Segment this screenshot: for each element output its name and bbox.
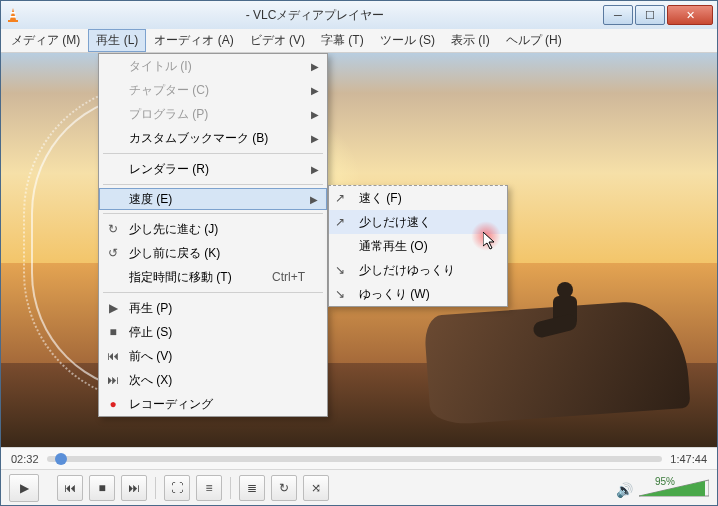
- menu-item-label: 少しだけ速く: [359, 214, 431, 231]
- playback-menu-item[interactable]: ⏭次へ (X): [99, 368, 327, 392]
- playback-menu: タイトル (I)▶チャプター (C)▶プログラム (P)▶カスタムブックマーク …: [98, 53, 328, 417]
- menu-item-icon: ↻: [105, 222, 121, 236]
- minimize-button[interactable]: ─: [603, 5, 633, 25]
- menu-item-label: 指定時間に移動 (T): [129, 269, 232, 286]
- menu-item-label: ゆっくり (W): [359, 286, 430, 303]
- fullscreen-button[interactable]: ⛶: [164, 475, 190, 501]
- ext-settings-button[interactable]: ≡: [196, 475, 222, 501]
- window-buttons: ─ ☐ ✕: [603, 5, 713, 25]
- controls-toolbar: ▶ ⏮ ■ ⏭ ⛶ ≡ ≣ ↻ ⤨ 🔊 95%: [1, 469, 717, 505]
- menu-item-icon: ■: [105, 325, 121, 339]
- menu-item-label: カスタムブックマーク (B): [129, 130, 268, 147]
- submenu-arrow-icon: ▶: [311, 109, 319, 120]
- menu-item-icon: ●: [105, 397, 121, 411]
- time-bar: 02:32 1:47:44: [1, 447, 717, 469]
- speed-menu-item[interactable]: ↗速く (F): [329, 186, 507, 210]
- playback-menu-item[interactable]: ↻少し先に進む (J): [99, 217, 327, 241]
- playback-menu-item[interactable]: ■停止 (S): [99, 320, 327, 344]
- prev-button[interactable]: ⏮: [57, 475, 83, 501]
- speaker-icon[interactable]: 🔊: [616, 482, 633, 498]
- playback-menu-item[interactable]: カスタムブックマーク (B)▶: [99, 126, 327, 150]
- volume-slider[interactable]: [639, 478, 709, 498]
- menu-item-icon: ▶: [105, 301, 121, 315]
- time-current: 02:32: [11, 453, 39, 465]
- speed-submenu: ↗速く (F)↗少しだけ速く通常再生 (O)↘少しだけゆっくり↘ゆっくり (W): [328, 185, 508, 307]
- playlist-button[interactable]: ≣: [239, 475, 265, 501]
- playback-menu-item[interactable]: ↺少し前に戻る (K): [99, 241, 327, 265]
- playback-menu-item: タイトル (I)▶: [99, 54, 327, 78]
- menu-item[interactable]: ヘルプ (H): [498, 29, 570, 52]
- menu-item[interactable]: オーディオ (A): [146, 29, 241, 52]
- playback-menu-item[interactable]: ⏮前へ (V): [99, 344, 327, 368]
- seek-slider[interactable]: [47, 456, 663, 462]
- menu-item-label: 少し前に戻る (K): [129, 245, 220, 262]
- menu-item-label: タイトル (I): [129, 58, 192, 75]
- menu-item[interactable]: 再生 (L): [88, 29, 146, 52]
- play-button[interactable]: ▶: [9, 474, 39, 502]
- volume-area: 🔊 95%: [616, 478, 709, 498]
- vlc-window: - VLCメディアプレイヤー ─ ☐ ✕ メディア (M)再生 (L)オーディオ…: [0, 0, 718, 506]
- menu-item-label: 次へ (X): [129, 372, 172, 389]
- menu-item-label: チャプター (C): [129, 82, 209, 99]
- menu-item-label: 少し先に進む (J): [129, 221, 218, 238]
- menu-item-label: レコーディング: [129, 396, 213, 413]
- svg-rect-1: [11, 12, 16, 14]
- submenu-arrow-icon: ▶: [311, 61, 319, 72]
- window-title: - VLCメディアプレイヤー: [27, 7, 603, 24]
- menu-item-label: 速く (F): [359, 190, 402, 207]
- menu-item-label: 再生 (P): [129, 300, 172, 317]
- stop-button[interactable]: ■: [89, 475, 115, 501]
- menu-item-icon: ↺: [105, 246, 121, 260]
- speed-menu-item[interactable]: ↗少しだけ速く: [329, 210, 507, 234]
- next-button[interactable]: ⏭: [121, 475, 147, 501]
- maximize-button[interactable]: ☐: [635, 5, 665, 25]
- menu-item-label: レンダラー (R): [129, 161, 209, 178]
- shuffle-button[interactable]: ⤨: [303, 475, 329, 501]
- video-area[interactable]: タイトル (I)▶チャプター (C)▶プログラム (P)▶カスタムブックマーク …: [1, 53, 717, 447]
- loop-button[interactable]: ↻: [271, 475, 297, 501]
- vlc-cone-icon: [5, 7, 21, 23]
- menu-item-label: 通常再生 (O): [359, 238, 428, 255]
- svg-rect-3: [8, 20, 18, 22]
- menu-item[interactable]: 字幕 (T): [313, 29, 372, 52]
- speed-menu-item[interactable]: 通常再生 (O): [329, 234, 507, 258]
- time-total: 1:47:44: [670, 453, 707, 465]
- menubar: メディア (M)再生 (L)オーディオ (A)ビデオ (V)字幕 (T)ツール …: [1, 29, 717, 53]
- speed-menu-item[interactable]: ↘少しだけゆっくり: [329, 258, 507, 282]
- playback-menu-item: プログラム (P)▶: [99, 102, 327, 126]
- playback-menu-item[interactable]: 指定時間に移動 (T)Ctrl+T: [99, 265, 327, 289]
- submenu-arrow-icon: ▶: [311, 85, 319, 96]
- playback-menu-item[interactable]: ▶再生 (P): [99, 296, 327, 320]
- titlebar: - VLCメディアプレイヤー ─ ☐ ✕: [1, 1, 717, 29]
- speed-curve-icon: ↘: [335, 287, 345, 301]
- speed-curve-icon: ↗: [335, 215, 345, 229]
- playback-menu-item[interactable]: ●レコーディング: [99, 392, 327, 416]
- playback-menu-item[interactable]: レンダラー (R)▶: [99, 157, 327, 181]
- menu-item-shortcut: Ctrl+T: [272, 270, 305, 284]
- menu-item-label: 速度 (E): [129, 191, 172, 208]
- playback-menu-item[interactable]: 速度 (E)▶: [99, 188, 327, 210]
- svg-marker-0: [10, 8, 16, 20]
- menu-item[interactable]: メディア (M): [3, 29, 88, 52]
- menu-item[interactable]: 表示 (I): [443, 29, 498, 52]
- speed-menu-item[interactable]: ↘ゆっくり (W): [329, 282, 507, 306]
- menu-item-icon: ⏭: [105, 373, 121, 387]
- menu-item-icon: ⏮: [105, 349, 121, 363]
- menu-item-label: 前へ (V): [129, 348, 172, 365]
- menu-item-label: プログラム (P): [129, 106, 208, 123]
- submenu-arrow-icon: ▶: [311, 164, 319, 175]
- speed-curve-icon: ↗: [335, 191, 345, 205]
- close-button[interactable]: ✕: [667, 5, 713, 25]
- menu-item-label: 停止 (S): [129, 324, 172, 341]
- menu-item[interactable]: ビデオ (V): [242, 29, 313, 52]
- speed-curve-icon: ↘: [335, 263, 345, 277]
- menu-item[interactable]: ツール (S): [372, 29, 443, 52]
- svg-rect-2: [10, 16, 16, 18]
- submenu-arrow-icon: ▶: [311, 133, 319, 144]
- submenu-arrow-icon: ▶: [310, 194, 318, 205]
- playback-menu-item: チャプター (C)▶: [99, 78, 327, 102]
- menu-item-label: 少しだけゆっくり: [359, 262, 455, 279]
- seek-knob[interactable]: [55, 453, 67, 465]
